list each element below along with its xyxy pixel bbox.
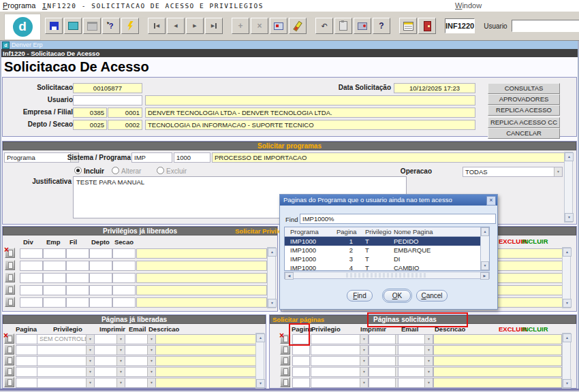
list-of-values-button[interactable]	[399, 18, 417, 34]
pagina-input[interactable]	[16, 345, 38, 355]
menu-programa[interactable]: Programa	[3, 1, 35, 10]
programa-input[interactable]: 1000	[174, 152, 210, 163]
help-button[interactable]: ?	[373, 18, 390, 34]
emp-input[interactable]	[43, 261, 66, 271]
ok-button[interactable]: OK	[384, 290, 411, 301]
div-input[interactable]	[20, 248, 43, 259]
pagina-input[interactable]	[16, 334, 38, 344]
aprovadores-button[interactable]: APROVADORES	[488, 94, 560, 105]
privilegios-scrollbar[interactable]	[267, 247, 276, 308]
lov-row[interactable]: IMP1000 2 T EMBARQUE	[285, 246, 489, 255]
fil-input[interactable]	[66, 273, 89, 283]
row-icon[interactable]	[5, 284, 15, 295]
div-input[interactable]	[20, 261, 43, 271]
radio-alterar[interactable]: Alterar	[112, 167, 141, 175]
secao-input[interactable]	[112, 248, 136, 259]
find-input[interactable]: IMP1000%	[300, 214, 496, 224]
row-icon[interactable]	[4, 377, 14, 387]
imprimir-dropdown[interactable]	[94, 345, 125, 355]
fil-input[interactable]	[66, 285, 89, 295]
paginas-liberadas-scrollbar[interactable]	[255, 333, 264, 389]
delete-row-icon[interactable]	[4, 333, 14, 344]
programas-scrollbar[interactable]	[564, 152, 573, 223]
row-icon[interactable]	[4, 355, 14, 365]
depto-input[interactable]	[89, 248, 112, 259]
solicitar-paginas-link[interactable]: Solicitar páginas	[272, 316, 324, 323]
replica-acesso-cc-button[interactable]: REPLICA ACESSO CC	[488, 117, 560, 128]
privilegio-dropdown[interactable]	[311, 378, 369, 388]
scroll-down-icon[interactable]	[563, 299, 572, 308]
sistema-input[interactable]: IMP	[131, 152, 172, 163]
pagina-input[interactable]	[292, 356, 310, 366]
scroll-left-icon[interactable]	[285, 272, 294, 280]
email-dropdown[interactable]	[398, 378, 433, 388]
privilegio-dropdown[interactable]	[37, 378, 95, 388]
row-icon[interactable]	[280, 366, 290, 376]
help-pointer-button[interactable]: ?	[102, 18, 120, 34]
scroll-up-icon[interactable]	[563, 248, 572, 257]
delete-row-icon[interactable]	[5, 248, 15, 258]
close-icon[interactable]: ×	[486, 196, 496, 206]
imprimir-dropdown[interactable]	[94, 367, 125, 377]
emp-input[interactable]	[43, 297, 66, 308]
delete-record-button[interactable]: ×	[251, 18, 268, 34]
lov-dialog-titlebar[interactable]: Paginas do Programa que o usuario ainda …	[280, 195, 497, 206]
depto-input[interactable]	[89, 297, 112, 308]
secao-input[interactable]	[112, 297, 136, 308]
menu-window[interactable]: Window	[455, 1, 482, 10]
insert-record-button[interactable]: +	[232, 18, 249, 34]
radio-excluir[interactable]: Excluir	[157, 167, 187, 175]
secao-input[interactable]	[112, 285, 136, 295]
imprimir-dropdown[interactable]	[94, 356, 125, 366]
imprimir-dropdown[interactable]	[94, 378, 125, 388]
row-icon[interactable]	[280, 344, 290, 355]
row-icon[interactable]	[4, 366, 14, 376]
paginas-solicitadas-scrollbar[interactable]	[562, 333, 571, 389]
imprimir-dropdown[interactable]	[94, 334, 125, 344]
lov-row-selected[interactable]: IMP1000 1 T PEDIDO	[285, 237, 489, 246]
depto-input[interactable]	[89, 273, 112, 283]
email-dropdown[interactable]	[398, 345, 433, 355]
enter-query-button[interactable]	[270, 18, 287, 34]
fil-input[interactable]	[66, 297, 89, 308]
usuario-code-input[interactable]	[73, 95, 142, 105]
save-button[interactable]	[45, 18, 63, 34]
row-icon[interactable]	[280, 377, 290, 387]
clipboard-button[interactable]	[334, 18, 352, 34]
privilegio-dropdown[interactable]	[37, 345, 95, 355]
email-dropdown[interactable]	[125, 345, 156, 355]
scroll-up-icon[interactable]	[481, 227, 489, 236]
radio-incluir[interactable]: Incluir	[74, 167, 104, 175]
scrollbar-thumb[interactable]	[346, 273, 428, 278]
first-record-button[interactable]: ◀	[148, 18, 166, 34]
privilegio-dropdown[interactable]	[37, 367, 95, 377]
row-icon[interactable]	[4, 344, 14, 355]
lov-vertical-scrollbar[interactable]	[480, 227, 489, 270]
row-icon[interactable]	[5, 272, 15, 282]
print-button[interactable]	[83, 18, 101, 34]
toolbar-usuario-input[interactable]	[512, 20, 579, 32]
email-dropdown[interactable]	[398, 334, 433, 344]
cancel-query-button[interactable]	[289, 18, 307, 34]
email-dropdown[interactable]	[125, 356, 156, 366]
display-button[interactable]	[64, 18, 82, 34]
row-icon[interactable]	[5, 260, 15, 270]
secao-input[interactable]	[112, 261, 136, 271]
scroll-down-icon[interactable]	[268, 299, 277, 308]
scroll-up-icon[interactable]	[256, 333, 265, 342]
find-button[interactable]: Find	[347, 290, 373, 301]
cancel-button[interactable]: Cancel	[416, 290, 448, 301]
email-dropdown[interactable]	[398, 356, 433, 366]
pagina-input[interactable]	[16, 367, 38, 377]
emp-input[interactable]	[43, 273, 66, 283]
secao-input[interactable]	[112, 273, 136, 283]
pagina-input[interactable]	[16, 356, 38, 366]
pagina-input[interactable]	[292, 378, 310, 388]
undo-button[interactable]: ↶	[315, 18, 333, 34]
next-record-button[interactable]: ▶	[186, 18, 204, 34]
scroll-down-icon[interactable]	[481, 261, 489, 270]
lov-row[interactable]: IMP1000 3 T DI	[285, 255, 489, 263]
privilegio-dropdown[interactable]	[311, 334, 369, 344]
operacao-dropdown[interactable]: TODAS	[463, 167, 563, 177]
fil-input[interactable]	[66, 248, 89, 259]
